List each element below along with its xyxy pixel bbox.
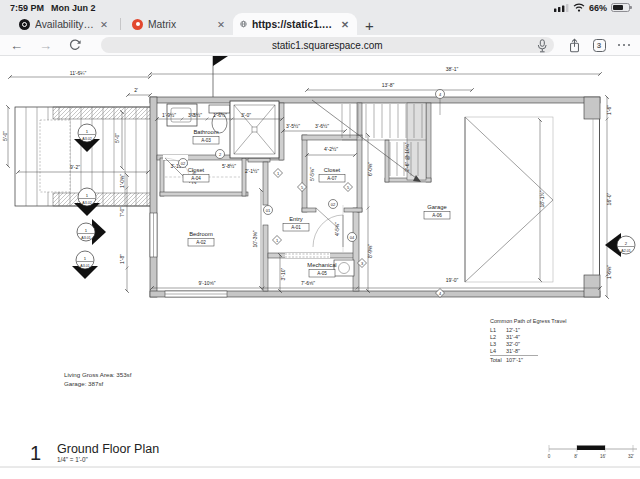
svg-text:Mechanical: Mechanical: [307, 262, 336, 268]
tab-strip: Availability Content — … ✕ Matrix ✕ http…: [0, 13, 640, 35]
svg-text:A3.01: A3.01: [81, 236, 90, 240]
back-button[interactable]: ←: [10, 39, 23, 52]
navigation-toolbar: ← → static1.squarespace.com 3: [0, 35, 640, 56]
svg-text:6'-0⅝": 6'-0⅝": [367, 162, 373, 176]
svg-text:Closet: Closet: [188, 167, 205, 173]
close-tab-icon[interactable]: ✕: [99, 19, 109, 30]
svg-text:0: 0: [548, 454, 551, 459]
svg-text:A-07: A-07: [327, 176, 337, 181]
svg-text:5'-0": 5'-0": [114, 133, 120, 143]
tab-label: Matrix: [148, 19, 211, 30]
forward-button[interactable]: →: [39, 39, 52, 52]
tab-matrix[interactable]: Matrix ✕: [125, 13, 233, 35]
svg-text:3'-0": 3'-0": [241, 112, 251, 118]
svg-text:A-06: A-06: [432, 213, 442, 218]
svg-text:3'-6½": 3'-6½": [315, 123, 329, 129]
title-block: 1 Ground Floor Plan 1/4" = 1'-0": [0, 442, 640, 467]
egress-table: Common Path of Egress Travel L1 12'-1" L…: [490, 318, 566, 363]
share-icon[interactable]: [568, 38, 581, 53]
svg-text:19'-0": 19'-0": [446, 277, 459, 283]
svg-text:1'-0⅝": 1'-0⅝": [119, 174, 125, 188]
close-tab-icon[interactable]: ✕: [216, 19, 226, 30]
svg-text:01: 01: [266, 208, 271, 213]
svg-text:A-05: A-05: [317, 271, 327, 276]
svg-text:Bathroom: Bathroom: [193, 129, 218, 135]
tab-squarespace-active[interactable]: https://static1.squares… ✕: [233, 13, 357, 35]
section-cut-flag: [213, 56, 228, 97]
svg-text:1'-6⅝": 1'-6⅝": [606, 265, 612, 279]
menu-icon[interactable]: [618, 44, 631, 47]
status-date: Mon Jun 2: [51, 3, 96, 13]
svg-text:Ground Floor Plan: Ground Floor Plan: [57, 442, 159, 456]
svg-text:A-02: A-02: [196, 240, 206, 245]
svg-text:9'-2": 9'-2": [70, 164, 80, 170]
svg-text:16': 16': [600, 454, 606, 459]
page-content: 11'-6¼" 2' 38'-1" 13'-8" 9'-2" 5'-0" 5'-…: [0, 56, 640, 479]
svg-text:1'-6": 1'-6": [606, 105, 612, 115]
svg-text:5'-5¾": 5'-5¾": [309, 167, 315, 181]
svg-text:A3.01: A3.01: [80, 264, 89, 268]
browser-window: 7:59 PM Mon Jun 2 66% Availability Conte…: [0, 0, 640, 479]
svg-text:8'-9⅝": 8'-9⅝": [367, 244, 373, 258]
svg-text:9'-10⅝": 9'-10⅝": [199, 280, 216, 286]
svg-text:107'-1": 107'-1": [506, 357, 523, 363]
new-tab-button[interactable]: +: [365, 18, 374, 33]
svg-text:A2.01: A2.01: [621, 249, 630, 253]
svg-text:7'-6⅝": 7'-6⅝": [301, 280, 315, 286]
svg-text:32': 32': [628, 454, 634, 459]
svg-text:32'-0": 32'-0": [506, 341, 520, 347]
scale-bar: 0 8' 16' 32': [548, 445, 637, 459]
svg-text:Bedroom: Bedroom: [189, 231, 213, 237]
svg-text:A3.02: A3.02: [82, 201, 91, 205]
url-text: static1.squarespace.com: [272, 40, 383, 51]
svg-text:L2: L2: [490, 334, 496, 340]
reload-button[interactable]: [68, 39, 81, 52]
tab-label: Availability Content — …: [35, 19, 94, 30]
tab-label: https://static1.squares…: [252, 19, 335, 30]
svg-text:16'-0": 16'-0": [606, 192, 612, 205]
svg-text:A-01: A-01: [291, 225, 301, 230]
tab-divider: [120, 18, 121, 30]
svg-text:Common Path of Egress Travel: Common Path of Egress Travel: [490, 318, 566, 324]
close-tab-icon[interactable]: ✕: [340, 19, 350, 30]
svg-text:5'-0": 5'-0": [2, 131, 8, 141]
door-header-dashed: [285, 253, 330, 258]
status-time: 7:59 PM: [10, 3, 44, 13]
tab-availability-content[interactable]: Availability Content — … ✕: [12, 13, 116, 35]
svg-text:04: 04: [350, 235, 355, 240]
svg-text:11'-6¼": 11'-6¼": [70, 70, 87, 76]
svg-text:7'-0": 7'-0": [119, 207, 125, 217]
mic-icon[interactable]: [537, 39, 547, 53]
svg-text:02: 02: [331, 202, 336, 207]
svg-text:Living Gross Area: 353sf: Living Gross Area: 353sf: [64, 371, 132, 378]
svg-text:18'-1½": 18'-1½": [539, 190, 545, 207]
mechanical-equipment: [334, 260, 354, 276]
svg-text:1/4" = 1'-0": 1/4" = 1'-0": [57, 456, 88, 463]
svg-text:13'-8": 13'-8": [382, 82, 395, 88]
svg-text:Garage: Garage: [427, 204, 446, 210]
svg-text:3'-5½": 3'-5½": [286, 123, 300, 129]
svg-text:Garage: 387sf: Garage: 387sf: [64, 380, 103, 387]
svg-text:12'-1": 12'-1": [506, 327, 520, 333]
svg-text:2': 2': [134, 87, 138, 93]
svg-text:8': 8': [574, 454, 578, 459]
svg-text:3'-5½": 3'-5½": [188, 112, 202, 118]
svg-text:2'-1½": 2'-1½": [245, 168, 259, 174]
svg-text:3'-10": 3'-10": [280, 267, 286, 280]
svg-text:Closet: Closet: [324, 167, 341, 173]
tab-count-button[interactable]: 3: [593, 39, 606, 52]
bathroom-fixtures: [167, 101, 279, 158]
svg-text:10'-3⅝": 10'-3⅝": [252, 230, 258, 247]
svg-text:L1: L1: [490, 327, 496, 333]
svg-text:38'-1": 38'-1": [446, 66, 459, 72]
svg-text:A-04: A-04: [191, 176, 201, 181]
svg-text:A-03: A-03: [201, 138, 211, 143]
svg-text:4'-2½": 4'-2½": [324, 146, 338, 152]
svg-text:4'-5¾": 4'-5¾": [334, 222, 340, 236]
svg-text:1'-6½": 1'-6½": [213, 112, 227, 118]
svg-text:A3.02: A3.02: [82, 137, 91, 141]
address-bar[interactable]: static1.squarespace.com: [101, 37, 554, 53]
svg-text:02: 02: [181, 161, 186, 166]
matrix-favicon-icon: [132, 19, 143, 30]
site-favicon-icon: [240, 19, 247, 29]
